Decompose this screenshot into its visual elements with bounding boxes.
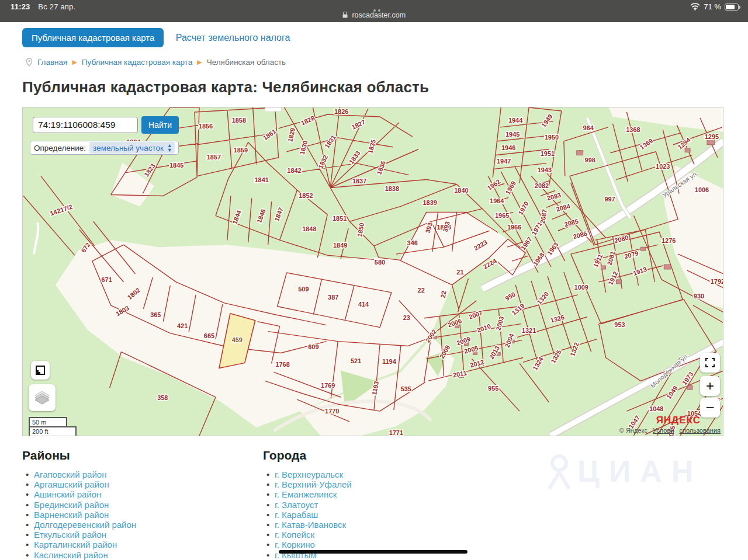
list-item-link[interactable]: Карталинский район	[34, 540, 117, 549]
list-item: Каслинский район	[22, 550, 263, 560]
list-item: г. Карабаш	[263, 510, 555, 520]
parcel-label-1856: 1856	[199, 123, 213, 130]
list-item-link[interactable]: г. Верхний-Уфалей	[275, 479, 352, 489]
parcel-label-1849: 1849	[333, 242, 347, 249]
cian-pin-icon	[543, 453, 575, 490]
breadcrumb-map[interactable]: Публичная кадастровая карта	[82, 58, 192, 67]
list-item-link[interactable]: Аргаяшский район	[34, 479, 109, 489]
list-item: г. Еманжелинск	[263, 489, 555, 499]
scale-feet: 200 ft	[29, 426, 77, 436]
parcel-label-1839: 1839	[423, 199, 437, 206]
parcel-label-23: 23	[403, 314, 410, 321]
fullscreen-button[interactable]	[700, 353, 720, 373]
list-item: Варненский район	[22, 510, 263, 520]
home-indicator[interactable]	[279, 550, 468, 554]
parcel-label-1770: 1770	[325, 408, 339, 415]
list-item-link[interactable]: Еткульский район	[34, 530, 106, 540]
breadcrumb-home[interactable]: Главная	[37, 58, 67, 67]
definition-select[interactable]: Определение: земельный участок ▲▼	[30, 141, 179, 155]
definition-label: Определение:	[34, 144, 86, 152]
fullscreen-icon	[705, 358, 715, 367]
zoom-out-button[interactable]: −	[700, 398, 720, 418]
breadcrumb-separator-icon: ▶	[72, 58, 77, 66]
list-item: г. Верхнеуральск	[263, 469, 555, 479]
parcel-label-1966: 1966	[507, 224, 521, 231]
parcel-label-358: 358	[157, 394, 168, 401]
parcel-label-346: 346	[407, 239, 418, 246]
parcel-label-22: 22	[439, 290, 448, 298]
minimap-button[interactable]	[31, 361, 50, 380]
status-bar: 11:23 Вс 27 апр. roscadaster.com 71 %	[0, 0, 748, 22]
top-tabs: Публичная кадастровая карта Расчет земел…	[0, 22, 748, 47]
cities-title: Города	[263, 448, 555, 462]
minimap-icon	[35, 365, 46, 375]
tab-land-tax-calc[interactable]: Расчет земельного налога	[176, 33, 290, 43]
status-time: 11:23	[11, 2, 30, 11]
list-item-link[interactable]: г. Катав-Ивановск	[275, 520, 346, 530]
battery-icon	[725, 4, 739, 11]
list-item-link[interactable]: г. Еманжелинск	[275, 489, 337, 499]
breadcrumb-separator-icon: ▶	[197, 58, 202, 66]
parcel-label-1851: 1851	[333, 215, 347, 222]
list-item: Карталинский район	[22, 540, 263, 549]
parcel-label-1194: 1194	[382, 358, 397, 365]
map-canvas[interactable]: Уральская ул.Молодёжная ул. 14217/218341…	[23, 107, 723, 436]
list-item-link[interactable]: Каслинский район	[34, 550, 108, 560]
parcel-label-997: 997	[604, 196, 615, 203]
list-item-link[interactable]: г. Карабаш	[275, 510, 318, 520]
list-item: г. Катав-Ивановск	[263, 520, 555, 530]
list-item-link[interactable]: г. Златоуст	[275, 500, 318, 510]
parcel-label-1006: 1006	[695, 186, 709, 193]
list-item: Аргаяшский район	[22, 479, 263, 489]
parcel-label-1321: 1321	[522, 327, 536, 334]
scale-meters: 50 m	[29, 417, 67, 426]
definition-value: земельный участок	[93, 144, 164, 152]
find-button[interactable]: Найти	[141, 116, 179, 134]
parcel-label-609: 609	[308, 343, 318, 350]
layers-icon	[34, 391, 50, 405]
parcel-label-665: 665	[204, 332, 214, 339]
terms-link-a[interactable]: Услови	[653, 427, 674, 434]
parcel-label-1947: 1947	[497, 158, 511, 165]
zoom-in-button[interactable]: +	[700, 376, 720, 396]
parcel-label-414: 414	[358, 301, 369, 308]
tab-public-cadastral-map[interactable]: Публичная кадастровая карта	[22, 28, 164, 47]
parcel-label-1951: 1951	[541, 150, 555, 157]
cadastral-map[interactable]: Уральская ул.Молодёжная ул. 14217/218341…	[22, 107, 723, 436]
copyright-text: © Яндекс	[619, 427, 647, 434]
list-item: Агаповский район	[22, 469, 263, 479]
list-item-link[interactable]: Брединский район	[34, 500, 109, 510]
parcel-label-2082: 2082	[535, 182, 549, 189]
parcel-label-1023: 1023	[656, 163, 670, 170]
list-item: Еткульский район	[22, 530, 263, 540]
parcel-label-521: 521	[351, 357, 361, 364]
parcel-label-421: 421	[177, 322, 188, 329]
list-item-link[interactable]: г. Копейск	[275, 530, 314, 540]
list-item-link[interactable]: Варненский район	[34, 510, 109, 520]
parcel-label-509: 509	[298, 286, 309, 293]
parcel-label-1945: 1945	[505, 131, 520, 138]
terms-link-b[interactable]: спользования	[679, 427, 721, 434]
districts-section: Районы Агаповский районАргаяшский районА…	[22, 448, 263, 560]
list-item-link[interactable]: Долгодеревенский район	[34, 520, 136, 530]
list-item-link[interactable]: г. Верхнеуральск	[275, 469, 343, 479]
status-date: Вс 27 апр.	[38, 2, 75, 11]
layers-button[interactable]	[29, 384, 56, 411]
parcel-label-964: 964	[583, 124, 594, 131]
breadcrumb-current: Челябинская область	[207, 58, 286, 67]
parcel-label-1826: 1826	[334, 108, 348, 115]
parcel-label-387: 387	[328, 294, 338, 301]
parcel-label-22: 22	[418, 287, 425, 294]
cadastral-search-input[interactable]	[33, 117, 138, 133]
parcel-label-1848: 1848	[302, 225, 316, 232]
parcel-label-1368: 1368	[626, 126, 640, 133]
parcel-label-580: 580	[375, 259, 385, 266]
parcel-label-1845: 1845	[169, 162, 183, 169]
list-item: Долгодеревенский район	[22, 520, 263, 530]
select-stepper-icon: ▲▼	[167, 143, 172, 152]
list-item-link[interactable]: г. Коркино	[275, 540, 315, 549]
parcel-label-1950: 1950	[545, 134, 559, 141]
list-item-link[interactable]: Агаповский район	[34, 469, 106, 479]
location-pin-icon	[26, 58, 33, 67]
list-item-link[interactable]: Ашинский район	[34, 489, 101, 499]
